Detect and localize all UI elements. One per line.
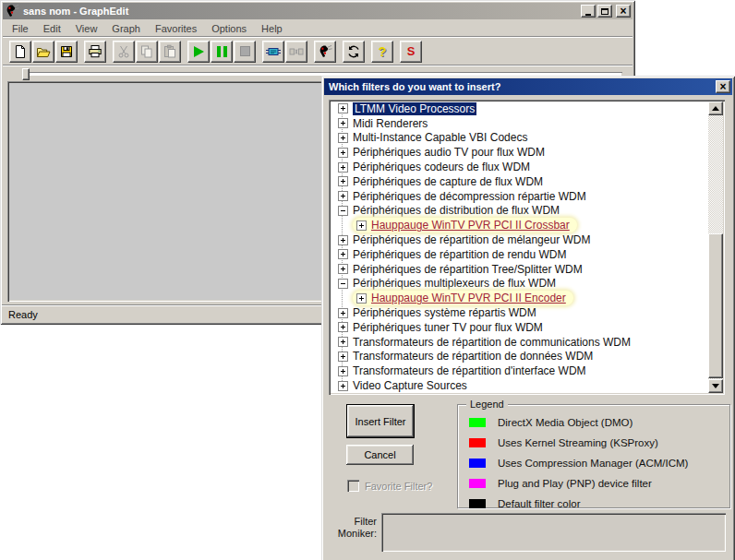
menu-divider [3, 36, 633, 38]
tree-row[interactable]: Périphériques tuner TV pour flux WDM [331, 320, 693, 335]
window-title: sans nom - GraphEdit [23, 6, 128, 17]
expand-plus-icon[interactable] [356, 293, 367, 304]
tree-row[interactable]: Périphériques de répartition de rendu WD… [331, 247, 693, 262]
legend-item: DirectX Media Object (DMO) [469, 417, 688, 427]
tree-row[interactable]: Video Capture Sources [331, 378, 693, 393]
filter-moniker-input[interactable] [381, 513, 726, 552]
cancel-button[interactable]: Cancel [346, 445, 414, 465]
tree-row[interactable]: Périphériques multiplexeurs de flux WDM [331, 277, 693, 292]
copy-button[interactable] [136, 41, 158, 63]
tree-row[interactable]: Midi Renderers [331, 116, 693, 131]
new-icon [13, 44, 28, 59]
tree-row[interactable]: Périphériques de répartition Tree/Splitt… [331, 262, 693, 277]
vertical-scrollbar[interactable] [708, 101, 723, 393]
expand-plus-icon[interactable] [338, 264, 348, 274]
tree-row[interactable]: Périphériques de capture de flux WDM [331, 174, 693, 189]
refresh-button[interactable] [343, 41, 365, 63]
save-icon [59, 44, 74, 59]
insert-filter-box-button[interactable] [262, 41, 284, 63]
menu-item-favorites[interactable]: Favorites [148, 23, 204, 34]
tree-row[interactable]: LTMM Video Processors [331, 101, 693, 116]
paste-button[interactable] [159, 41, 181, 63]
tree-item-label: Hauppauge WinTV PVR PCI II Encoder [371, 292, 566, 304]
legend-color-swatch [469, 459, 486, 468]
scroll-up-button[interactable] [708, 101, 723, 115]
expand-plus-icon[interactable] [338, 191, 348, 201]
tree-row[interactable]: Transformateurs de répartition de commun… [331, 335, 693, 350]
minimize-icon [585, 14, 591, 16]
copy-icon [139, 44, 154, 59]
expand-plus-icon[interactable] [338, 381, 348, 391]
expand-plus-icon[interactable] [338, 133, 348, 143]
expand-plus-icon[interactable] [338, 308, 348, 318]
maximize-button[interactable] [597, 5, 612, 18]
tree-row[interactable]: Périphériques de décompression répartie … [331, 189, 693, 204]
expand-plus-icon[interactable] [338, 176, 348, 186]
expand-plus-icon[interactable] [338, 162, 348, 173]
new-button[interactable] [9, 41, 31, 63]
close-button[interactable]: × [616, 5, 631, 18]
expand-plus-icon[interactable] [356, 220, 367, 231]
trackbar-thumb[interactable] [22, 68, 30, 80]
save-button[interactable] [55, 41, 78, 63]
open-button[interactable] [32, 41, 54, 63]
expand-plus-icon[interactable] [338, 322, 348, 332]
tree-row[interactable]: Périphériques de distribution de flux WD… [331, 204, 693, 219]
cut-icon [116, 44, 131, 59]
menu-item-file[interactable]: File [5, 23, 36, 34]
tree-row[interactable]: Périphériques codeurs de flux WDM [331, 160, 693, 174]
tree-row[interactable]: Transformateurs de répartition de donnée… [331, 350, 693, 364]
help-button[interactable]: ? [371, 41, 393, 63]
minimize-button[interactable] [581, 5, 596, 18]
menu-item-help[interactable]: Help [254, 23, 290, 34]
disconnect-icon [289, 44, 304, 59]
menu-item-graph[interactable]: Graph [104, 23, 148, 34]
stop-button[interactable] [234, 41, 256, 63]
expand-plus-icon[interactable] [338, 337, 348, 347]
tree-row[interactable]: Hauppauge WinTV PVR PCI II Crossbar [331, 218, 693, 232]
cut-button[interactable] [113, 41, 135, 63]
favorite-filter-checkbox[interactable] [347, 480, 359, 492]
graphedit-app-icon [5, 4, 19, 18]
expand-plus-icon[interactable] [338, 249, 348, 259]
stop-icon [237, 44, 252, 59]
menu-item-edit[interactable]: Edit [36, 23, 68, 34]
menu-item-view[interactable]: View [68, 23, 105, 34]
highlight-annotation: Hauppauge WinTV PVR PCI II Encoder [353, 291, 573, 305]
toolbar-divider [3, 65, 633, 66]
expand-plus-icon[interactable] [338, 366, 348, 376]
collapse-minus-icon[interactable] [338, 206, 348, 216]
legend-item: Plug and Play (PNP) device filter [469, 478, 688, 488]
tree-row[interactable]: Périphériques audio TV pour flux WDM [331, 145, 693, 160]
tree-row[interactable]: Hauppauge WinTV PVR PCI II Encoder [331, 291, 693, 305]
tree-item-label: Périphériques multiplexeurs de flux WDM [353, 277, 556, 290]
s-register-button[interactable]: S [400, 41, 422, 63]
expand-plus-icon[interactable] [338, 351, 348, 362]
highlight-annotation: Hauppauge WinTV PVR PCI II Crossbar [353, 218, 577, 232]
expand-plus-icon[interactable] [338, 235, 348, 245]
refresh-icon [346, 44, 361, 59]
tree-row[interactable]: Transformateurs de répartition d'interfa… [331, 363, 693, 378]
expand-plus-icon[interactable] [338, 148, 348, 158]
favorite-filter-row: Favorite Filter? [347, 480, 432, 492]
disconnect-button[interactable] [285, 41, 307, 63]
print-button[interactable] [84, 41, 106, 63]
graphedit-logo-button[interactable] [314, 41, 336, 63]
collapse-minus-icon[interactable] [338, 279, 348, 289]
tree-item-label: LTMM Video Processors [353, 102, 476, 115]
s-register-icon: S [404, 44, 418, 59]
tree-row[interactable]: Multi-Instance Capable VBI Codecs [331, 131, 693, 146]
dialog-titlebar[interactable]: Which filters do you want to insert? × [324, 78, 732, 95]
play-button[interactable] [187, 41, 210, 63]
tree-row[interactable]: Périphériques de répartition de mélangeu… [331, 232, 693, 247]
expand-plus-icon[interactable] [338, 103, 348, 113]
dialog-close-button[interactable]: × [716, 80, 730, 93]
pause-button[interactable] [211, 41, 233, 63]
tree-row[interactable]: Périphériques système répartis WDM [331, 305, 693, 320]
insert-filter-button[interactable]: Insert Filter [346, 404, 415, 438]
scrollbar-thumb[interactable] [708, 233, 723, 378]
menu-item-options[interactable]: Options [204, 23, 254, 34]
expand-plus-icon[interactable] [338, 118, 348, 128]
scroll-down-button[interactable] [708, 379, 723, 393]
graphedit-titlebar[interactable]: sans nom - GraphEdit × [3, 3, 633, 19]
